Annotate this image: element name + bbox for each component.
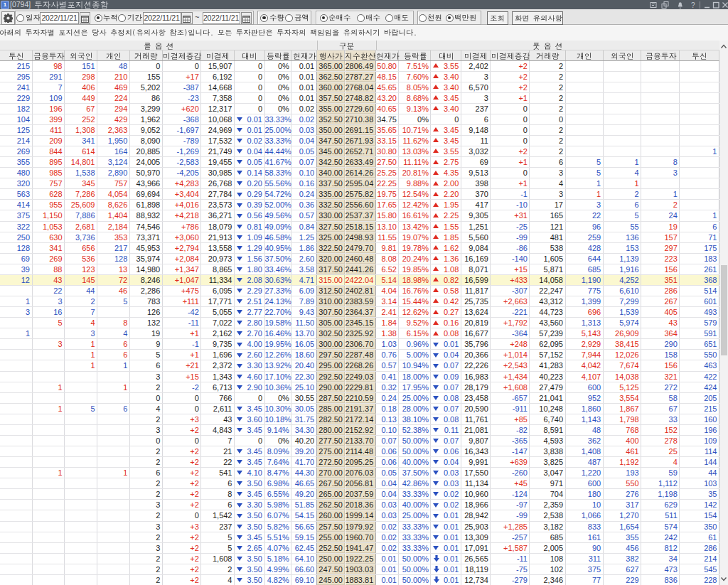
svg-text:?: ? [691, 1, 695, 9]
